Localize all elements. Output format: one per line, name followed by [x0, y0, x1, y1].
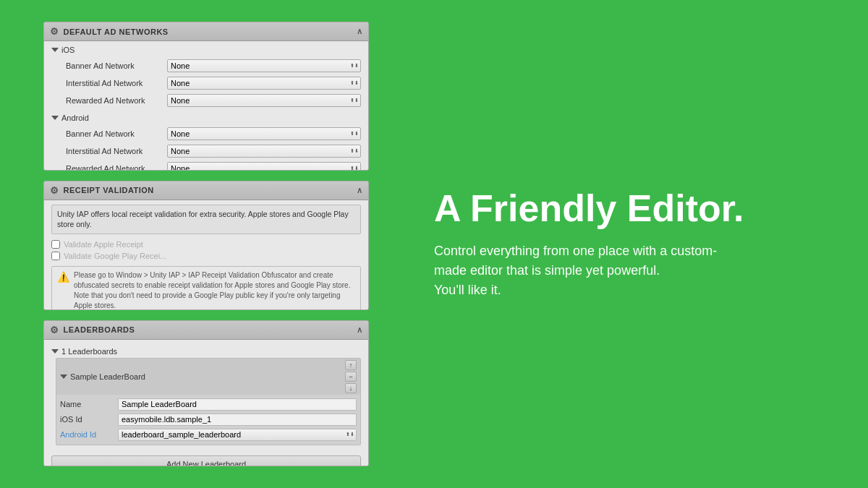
lb-name-label: Name [60, 400, 118, 408]
lb-ios-label: iOS Id [60, 415, 118, 424]
lb-remove-button[interactable]: − [345, 372, 357, 382]
warning-box: ⚠️ Please go to Window > Unity IAP > IAP… [51, 266, 361, 310]
android-section-label: Android [51, 114, 361, 122]
lb-section-label: 1 Leaderboards [51, 347, 361, 356]
lb-tree-section: Sample LeaderBoard ↑ − ↓ Name [51, 358, 361, 445]
ios-banner-select[interactable]: None [167, 59, 361, 72]
warning-icon: ⚠️ [57, 270, 69, 285]
leaderboards-header: ⚙ LEADERBOARDS ∧ [44, 321, 368, 340]
warning-text: Please go to Window > Unity IAP > IAP Re… [74, 270, 355, 310]
lb-android-label: Android Id [60, 430, 118, 439]
default-ad-networks-header: ⚙ DEFAULT AD NETWORKS ∧ [44, 22, 368, 41]
android-interstitial-select[interactable]: None [167, 145, 361, 158]
ios-banner-select-wrapper: None [167, 59, 361, 72]
android-banner-select-wrapper: None [167, 127, 361, 140]
right-panel: A Friendly Editor. Control everything fr… [391, 0, 868, 488]
ios-banner-label: Banner Ad Network [51, 61, 167, 70]
left-panel: ⚙ DEFAULT AD NETWORKS ∧ iOS Banner Ad Ne… [0, 0, 391, 488]
android-interstitial-select-wrapper: None [167, 145, 361, 158]
ios-interstitial-label: Interstitial Ad Network [51, 79, 167, 87]
google-receipt-checkbox[interactable] [51, 252, 60, 260]
lb-android-row: Android Id leaderboard_sample_leaderboar… [60, 427, 357, 442]
default-ad-networks-body: iOS Banner Ad Network None Interstitial … [44, 41, 368, 171]
main-subtext: Control everything from one place with a… [434, 241, 723, 300]
lb-name-input[interactable] [118, 398, 357, 411]
lb-down-button[interactable]: ↓ [345, 383, 357, 393]
leaderboards-card: ⚙ LEADERBOARDS ∧ 1 Leaderboards Sample L… [43, 320, 369, 466]
lb-ios-row: iOS Id [60, 412, 357, 427]
ios-interstitial-select[interactable]: None [167, 77, 361, 90]
triangle-icon [51, 48, 59, 52]
lb-up-button[interactable]: ↑ [345, 360, 357, 370]
receipt-info-text: Unity IAP offers local receipt validatio… [57, 210, 349, 229]
triangle-icon-android [51, 116, 59, 120]
lb-item-header: Sample LeaderBoard ↑ − ↓ [56, 359, 360, 395]
android-rewarded-select[interactable]: None [167, 162, 361, 171]
apple-receipt-checkbox[interactable] [51, 240, 60, 249]
apple-receipt-row: Validate Apple Receipt [51, 239, 361, 250]
android-rewarded-select-wrapper: None [167, 162, 361, 171]
ios-section-label: iOS [51, 46, 361, 54]
ios-rewarded-select[interactable]: None [167, 94, 361, 107]
receipt-collapse-icon[interactable]: ∧ [357, 186, 363, 195]
ios-interstitial-row: Interstitial Ad Network None [51, 74, 361, 92]
android-banner-select[interactable]: None [167, 127, 361, 140]
settings-icon: ⚙ [50, 26, 59, 37]
leaderboards-title: LEADERBOARDS [64, 325, 135, 334]
add-leaderboard-button[interactable]: Add New Leaderboard [51, 455, 361, 466]
settings-icon-receipt: ⚙ [50, 185, 59, 196]
apple-receipt-label: Validate Apple Receipt [64, 240, 143, 249]
lb-fields: Name iOS Id Android Id [56, 395, 360, 445]
lb-collapse-icon[interactable]: ∧ [357, 325, 363, 335]
android-rewarded-label: Rewarded Ad Network [51, 164, 167, 171]
android-rewarded-row: Rewarded Ad Network None [51, 160, 361, 171]
receipt-validation-card: ⚙ RECEIPT VALIDATION ∧ Unity IAP offers … [43, 181, 369, 310]
ios-rewarded-label: Rewarded Ad Network [51, 96, 167, 105]
receipt-validation-body: Unity IAP offers local receipt validatio… [44, 200, 368, 310]
header-left-receipt: ⚙ RECEIPT VALIDATION [50, 185, 154, 196]
android-interstitial-label: Interstitial Ad Network [51, 147, 167, 155]
triangle-icon-lb [51, 349, 59, 354]
google-receipt-label: Validate Google Play Recei... [64, 252, 166, 260]
lb-section-count: 1 Leaderboards [61, 347, 117, 356]
lb-name-row: Name [60, 397, 357, 412]
receipt-validation-title: RECEIPT VALIDATION [64, 186, 154, 194]
leaderboard-tree: 1 Leaderboards Sample LeaderBoard ↑ − [51, 344, 361, 451]
lb-ios-input[interactable] [118, 414, 357, 426]
android-banner-label: Banner Ad Network [51, 129, 167, 138]
google-receipt-row: Validate Google Play Recei... [51, 250, 361, 262]
lb-item-header-left: Sample LeaderBoard [60, 372, 145, 381]
header-left-lb: ⚙ LEADERBOARDS [50, 325, 135, 335]
collapse-icon[interactable]: ∧ [357, 27, 363, 36]
receipt-validation-header: ⚙ RECEIPT VALIDATION ∧ [44, 181, 368, 200]
lb-android-select[interactable]: leaderboard_sample_leaderboard [118, 429, 357, 441]
leaderboard-item: Sample LeaderBoard ↑ − ↓ Name [56, 358, 361, 445]
main-heading: A Friendly Editor. [434, 188, 825, 229]
settings-icon-lb: ⚙ [50, 325, 59, 335]
receipt-info-box: Unity IAP offers local receipt validatio… [51, 205, 361, 234]
lb-item-label: Sample LeaderBoard [70, 372, 145, 381]
triangle-icon-item [60, 374, 67, 379]
default-ad-networks-card: ⚙ DEFAULT AD NETWORKS ∧ iOS Banner Ad Ne… [43, 22, 369, 171]
ios-rewarded-select-wrapper: None [167, 94, 361, 107]
android-banner-row: Banner Ad Network None [51, 125, 361, 142]
leaderboards-body: 1 Leaderboards Sample LeaderBoard ↑ − [44, 340, 368, 466]
ios-interstitial-select-wrapper: None [167, 77, 361, 90]
header-left: ⚙ DEFAULT AD NETWORKS [50, 26, 169, 37]
ios-rewarded-row: Rewarded Ad Network None [51, 92, 361, 109]
ios-banner-row: Banner Ad Network None [51, 57, 361, 74]
default-ad-networks-title: DEFAULT AD NETWORKS [64, 27, 169, 36]
lb-android-select-wrapper: leaderboard_sample_leaderboard [118, 429, 357, 441]
android-interstitial-row: Interstitial Ad Network None [51, 142, 361, 160]
lb-side-controls: ↑ − ↓ [345, 360, 357, 393]
